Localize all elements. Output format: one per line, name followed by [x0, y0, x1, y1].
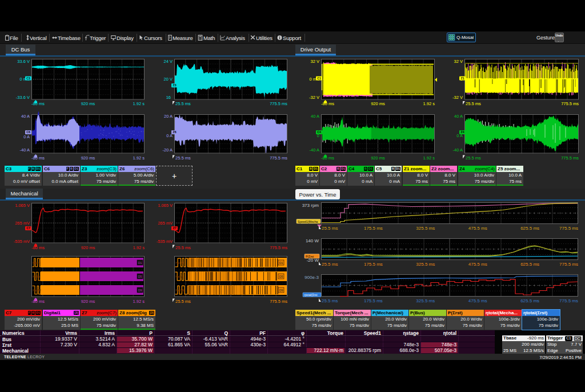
svg-text:475.5 ms: 475.5 ms: [468, 298, 487, 303]
svg-text:20 A: 20 A: [164, 114, 173, 119]
svg-text:775.5 ms: 775.5 ms: [561, 101, 579, 106]
svg-text:Hall U: Hall U: [33, 261, 41, 265]
svg-text:24 V: 24 V: [164, 59, 173, 64]
svg-text:325.5 ms: 325.5 ms: [416, 262, 435, 267]
svg-text:Hall U: Hall U: [175, 261, 183, 265]
svg-text:25.5 ms: 25.5 ms: [175, 101, 191, 106]
svg-text:C4: C4: [317, 130, 321, 134]
svg-text:25.5 ms: 25.5 ms: [175, 245, 191, 250]
svg-text:1.92 s: 1.92 s: [133, 299, 145, 304]
svg-text:-80 ms: -80 ms: [31, 299, 45, 304]
svg-text:-40 A: -40 A: [19, 147, 30, 153]
svg-text:C6: C6: [26, 130, 30, 134]
svg-text:D1: D1: [138, 261, 142, 265]
svg-text:625.5 ms: 625.5 ms: [520, 226, 539, 231]
svg-text:40 A: 40 A: [21, 114, 30, 119]
svg-text:920 ms: 920 ms: [81, 155, 95, 161]
svg-text:-535 mV: -535 mV: [14, 239, 30, 244]
svg-text:920 ms: 920 ms: [371, 155, 385, 161]
svg-text:265 mV: 265 mV: [15, 221, 30, 226]
svg-text:1.92 s: 1.92 s: [133, 245, 145, 250]
svg-text:25.5 ms: 25.5 ms: [175, 155, 191, 161]
svg-text:16: 16: [166, 95, 171, 100]
svg-text:265 mV: 265 mV: [158, 221, 173, 226]
svg-text:920 ms: 920 ms: [81, 245, 95, 250]
svg-text:920 ms: 920 ms: [81, 299, 95, 304]
svg-text:175.5 ms: 175.5 ms: [364, 262, 383, 267]
svg-text:25.5 ms: 25.5 ms: [466, 155, 481, 161]
svg-text:Z7: Z7: [173, 226, 176, 230]
svg-text:775.5 ms: 775.5 ms: [561, 155, 579, 161]
svg-text:D5: D5: [279, 275, 283, 278]
svg-text:325.5 ms: 325.5 ms: [416, 298, 435, 303]
svg-text:25.5 ms: 25.5 ms: [175, 299, 191, 304]
svg-text:-80 ms: -80 ms: [31, 245, 45, 250]
svg-text:140 W: 140 W: [306, 238, 319, 243]
svg-text:-80 ms: -80 ms: [321, 101, 334, 106]
svg-text:20 V: 20 V: [164, 77, 173, 82]
svg-text:1.065 V: 1.065 V: [15, 203, 30, 208]
svg-text:-535 mV: -535 mV: [157, 239, 173, 244]
svg-text:-80 ms: -80 ms: [31, 155, 45, 161]
svg-text:475.5 ms: 475.5 ms: [468, 262, 487, 267]
svg-text:-20 A: -20 A: [162, 147, 173, 153]
svg-text:325.5 ms: 325.5 ms: [416, 226, 435, 231]
svg-text:ηtotal(Σrst: ηtotal(Σrst: [304, 293, 318, 297]
svg-text:1.92 s: 1.92 s: [423, 155, 435, 161]
svg-text:32 V: 32 V: [311, 59, 319, 64]
svg-text:C7: C7: [26, 226, 30, 230]
svg-text:Z1: Z1: [460, 77, 464, 80]
svg-text:-80 ms: -80 ms: [321, 155, 334, 161]
svg-text:-33.6 V: -33.6 V: [16, 95, 30, 100]
svg-text:40 A: 40 A: [311, 114, 319, 119]
svg-text:1.92 s: 1.92 s: [133, 155, 145, 161]
svg-text:-32 V: -32 V: [452, 95, 463, 100]
svg-text:-32 V: -32 V: [309, 95, 319, 100]
svg-text:625.5 ms: 625.5 ms: [520, 298, 539, 303]
svg-text:-40 A: -40 A: [309, 147, 319, 153]
svg-text:25.5 ms: 25.5 ms: [322, 298, 338, 303]
svg-text:Hall W: Hall W: [175, 289, 184, 292]
svg-text:175.5 ms: 175.5 ms: [364, 226, 383, 231]
svg-text:775.5 ms: 775.5 ms: [270, 299, 287, 304]
svg-text:775.5 ms: 775.5 ms: [559, 262, 578, 267]
svg-text:33.6 V: 33.6 V: [17, 59, 30, 64]
svg-text:40 A: 40 A: [454, 114, 463, 119]
svg-text:D9: D9: [138, 289, 142, 292]
svg-text:D1: D1: [279, 261, 283, 265]
svg-text:625.5 ms: 625.5 ms: [520, 262, 539, 267]
svg-text:Z3: Z3: [173, 83, 176, 87]
svg-text:1.92 s: 1.92 s: [133, 101, 145, 106]
svg-text:-40 A: -40 A: [452, 147, 463, 153]
svg-text:175.5 ms: 175.5 ms: [364, 298, 383, 303]
svg-text:900e-3: 900e-3: [304, 275, 319, 280]
svg-text:25.5 ms: 25.5 ms: [322, 262, 338, 267]
svg-text:Z4: Z4: [460, 130, 464, 134]
svg-text:1.065 V: 1.065 V: [158, 203, 173, 208]
svg-text:Hall V: Hall V: [33, 275, 41, 278]
svg-text:Speed1(Mecha: Speed1(Mecha: [298, 220, 318, 223]
svg-text:920 ms: 920 ms: [81, 101, 95, 106]
svg-text:32 V: 32 V: [454, 59, 463, 64]
svg-text:D9: D9: [279, 289, 283, 292]
svg-text:Hall V: Hall V: [175, 275, 183, 278]
svg-text:475.5 ms: 475.5 ms: [468, 226, 487, 231]
svg-text:775.5 ms: 775.5 ms: [559, 226, 578, 231]
svg-text:25.5 ms: 25.5 ms: [322, 226, 338, 231]
svg-text:C1: C1: [317, 77, 321, 80]
svg-text:-80 ms: -80 ms: [31, 101, 45, 106]
svg-text:Z6: Z6: [173, 130, 176, 134]
svg-text:C3: C3: [26, 77, 30, 80]
svg-text:775.5 ms: 775.5 ms: [270, 245, 287, 250]
svg-text:D5: D5: [138, 275, 142, 278]
svg-text:775.5 ms: 775.5 ms: [270, 101, 287, 106]
svg-text:Hall W: Hall W: [33, 289, 41, 292]
svg-text:1.92 s: 1.92 s: [423, 101, 435, 106]
svg-text:775.5 ms: 775.5 ms: [559, 298, 578, 303]
svg-text:0 A: 0 A: [23, 134, 30, 139]
svg-text:25.5 ms: 25.5 ms: [466, 101, 481, 106]
svg-text:P(Σrst: P(Σrst: [306, 255, 314, 258]
svg-text:775.5 ms: 775.5 ms: [270, 155, 287, 161]
svg-text:920 ms: 920 ms: [371, 101, 385, 106]
svg-text:373 rpm: 373 rpm: [302, 203, 319, 208]
